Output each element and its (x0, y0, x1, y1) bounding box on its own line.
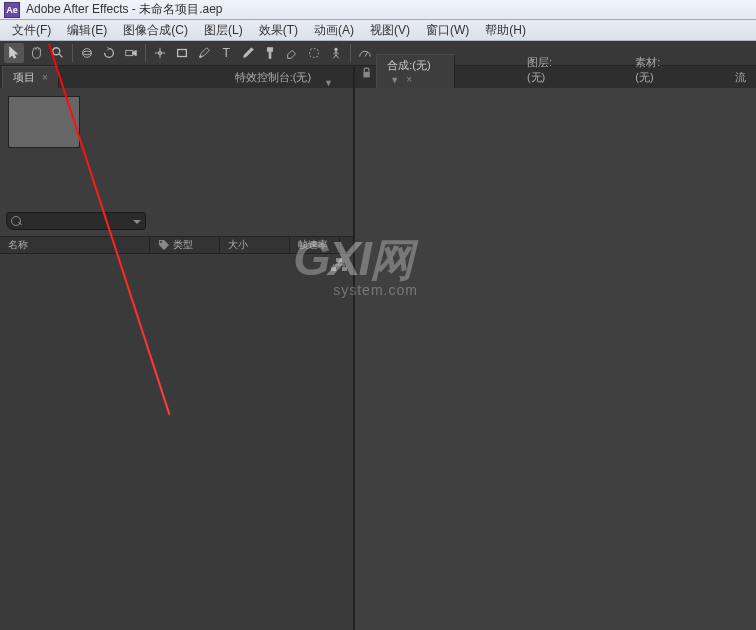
svg-line-1 (59, 54, 63, 58)
svg-text:T: T (223, 46, 231, 60)
camera-tool[interactable] (121, 43, 141, 63)
separator (72, 44, 73, 62)
svg-rect-11 (267, 48, 272, 52)
menu-file[interactable]: 文件(F) (4, 20, 59, 41)
column-name[interactable]: 名称 (0, 237, 150, 253)
menu-animation[interactable]: 动画(A) (306, 20, 362, 41)
flowchart-icon[interactable] (331, 258, 347, 272)
rotate-tool[interactable] (99, 43, 119, 63)
eraser-tool[interactable] (282, 43, 302, 63)
text-tool[interactable]: T (216, 43, 236, 63)
brush-tool[interactable] (238, 43, 258, 63)
search-area (0, 206, 353, 236)
menu-effect[interactable]: 效果(T) (251, 20, 306, 41)
menu-edit[interactable]: 编辑(E) (59, 20, 115, 41)
svg-point-3 (83, 51, 92, 55)
pen-tool[interactable] (194, 43, 214, 63)
layer-viewer-tab[interactable]: 图层:(无) (517, 52, 574, 88)
svg-rect-8 (178, 50, 187, 57)
hand-tool[interactable] (26, 43, 46, 63)
flowchart-tab[interactable]: 流 (725, 67, 756, 88)
column-fps[interactable]: 帧速率 (290, 237, 340, 253)
svg-point-20 (160, 241, 162, 243)
puppet-tool[interactable] (326, 43, 346, 63)
svg-rect-4 (126, 50, 133, 55)
composition-viewer-tab[interactable]: 合成:(无) ▼ × (376, 54, 455, 88)
menu-bar: 文件(F) 编辑(E) 图像合成(C) 图层(L) 效果(T) 动画(A) 视图… (0, 20, 756, 41)
svg-point-2 (83, 49, 92, 58)
close-icon[interactable]: × (42, 72, 48, 83)
window-title: Adobe After Effects - 未命名项目.aep (26, 1, 223, 18)
project-panel: 项目 × 特效控制台:(无) ▼ 名称 类型 大小 (0, 66, 355, 630)
anchor-tool[interactable] (150, 43, 170, 63)
separator (350, 44, 351, 62)
close-icon[interactable]: × (406, 74, 412, 85)
title-bar: Ae Adobe After Effects - 未命名项目.aep (0, 0, 756, 20)
svg-line-17 (333, 55, 336, 59)
tag-icon (158, 239, 170, 251)
separator (145, 44, 146, 62)
menu-layer[interactable]: 图层(L) (196, 20, 251, 41)
menu-composition[interactable]: 图像合成(C) (115, 20, 196, 41)
column-type[interactable]: 类型 (150, 237, 220, 253)
svg-point-0 (53, 48, 60, 55)
project-list[interactable] (0, 254, 353, 630)
svg-rect-28 (363, 72, 369, 78)
svg-rect-21 (336, 258, 342, 262)
effects-tab[interactable]: 特效控制台:(无) (225, 67, 321, 88)
svg-rect-12 (269, 51, 271, 58)
composition-tab-label: 合成:(无) (387, 59, 430, 71)
zoom-tool[interactable] (48, 43, 68, 63)
column-size[interactable]: 大小 (220, 237, 290, 253)
rect-tool[interactable] (172, 43, 192, 63)
composition-viewer[interactable] (355, 88, 756, 630)
lock-icon[interactable] (361, 64, 372, 78)
footage-viewer-tab[interactable]: 素材:(无) (625, 52, 682, 88)
chevron-down-icon[interactable]: ▼ (390, 75, 399, 85)
app-icon: Ae (4, 2, 20, 18)
workspace: 项目 × 特效控制台:(无) ▼ 名称 类型 大小 (0, 66, 756, 630)
svg-rect-23 (342, 267, 347, 271)
menu-window[interactable]: 窗口(W) (418, 20, 477, 41)
svg-line-18 (336, 55, 339, 59)
project-tab-label: 项目 (13, 71, 35, 83)
svg-point-9 (200, 56, 202, 58)
right-panel-tabs: 合成:(无) ▼ × 图层:(无) 素材:(无) 流 (355, 66, 756, 88)
menu-help[interactable]: 帮助(H) (477, 20, 534, 41)
project-thumbnail-area (0, 88, 353, 156)
orbit-tool[interactable] (77, 43, 97, 63)
left-panel-tabs: 项目 × 特效控制台:(无) ▼ (0, 66, 353, 88)
menu-view[interactable]: 视图(V) (362, 20, 418, 41)
svg-rect-22 (331, 267, 336, 271)
column-headers: 名称 类型 大小 帧速率 (0, 236, 353, 254)
chevron-down-icon[interactable]: ▼ (324, 78, 333, 88)
viewer-panel: 合成:(无) ▼ × 图层:(无) 素材:(无) 流 (355, 66, 756, 630)
composition-thumbnail[interactable] (8, 96, 80, 148)
roto-tool[interactable] (304, 43, 324, 63)
clone-tool[interactable] (260, 43, 280, 63)
project-tab[interactable]: 项目 × (2, 66, 59, 88)
selection-tool[interactable] (4, 43, 24, 63)
search-input[interactable] (6, 212, 146, 230)
